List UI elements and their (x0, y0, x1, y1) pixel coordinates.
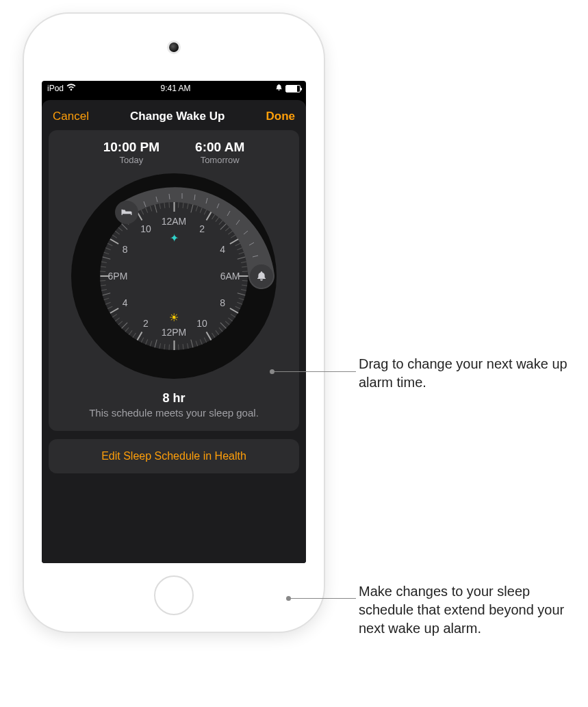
clock-tick (104, 252, 110, 255)
clock-label-12am: 12AM (162, 216, 187, 227)
sleep-dial[interactable]: ✦ ☀ 12AM 2 4 6AM 8 10 12PM 2 4 6PM 8 10 (71, 173, 277, 379)
wake-handle[interactable] (250, 264, 273, 288)
clock-label-10-left: 10 (140, 223, 151, 234)
clock-tick (125, 327, 129, 332)
clock-label-4-bottom: 4 (123, 297, 128, 308)
clock-tick (103, 293, 111, 295)
clock-tick (183, 203, 184, 208)
clock-tick (220, 323, 227, 329)
callout-leader-2 (289, 598, 356, 599)
schedule-card: 10:00 PM Today 6:00 AM Tomorrow (49, 130, 299, 431)
bedtime-value: 10:00 PM (103, 140, 159, 155)
bell-icon (256, 271, 267, 282)
wake-display: 6:00 AM Tomorrow (195, 140, 244, 165)
clock-tick (196, 341, 199, 347)
clock-tick (121, 223, 127, 230)
wake-day: Tomorrow (195, 155, 244, 165)
sun-icon: ☀ (169, 311, 179, 324)
clock-tick (231, 235, 235, 238)
edit-sleep-schedule-button[interactable]: Edit Sleep Schedule in Health (49, 439, 299, 473)
wake-value: 6:00 AM (195, 140, 244, 155)
clock-tick (107, 243, 113, 246)
clock-label-6am: 6AM (220, 271, 240, 282)
clock-tick (121, 323, 127, 329)
page-title: Change Wake Up (130, 110, 225, 123)
clock-tick (204, 337, 207, 343)
status-bar: iPod 9:41 AM (42, 81, 306, 96)
clock-tick (105, 247, 111, 250)
callout-1: Drag to change your next wake up alarm t… (359, 355, 585, 392)
done-button[interactable]: Done (266, 110, 296, 123)
clock-tick (220, 223, 227, 230)
clock-tick (212, 333, 215, 338)
clock-tick (141, 337, 144, 343)
clock-tick (164, 203, 165, 208)
clock-tick (212, 214, 215, 219)
clock-tick (118, 321, 123, 325)
clock-tick (219, 220, 223, 225)
clock-tick (145, 208, 148, 213)
clock-tick (235, 306, 240, 309)
clock-tick (107, 306, 113, 309)
clock-tick (100, 271, 105, 272)
bed-icon (120, 206, 133, 219)
clock-tick (129, 330, 133, 335)
clock-tick (238, 293, 246, 295)
clock-tick (238, 257, 246, 260)
clock-tick (174, 340, 175, 350)
stars-icon: ✦ (170, 231, 179, 244)
clock-tick (118, 227, 123, 231)
clock-label-10-right: 10 (196, 318, 207, 329)
clock-tick (190, 340, 193, 348)
clock-tick (104, 298, 110, 301)
clock-label-4-top: 4 (220, 244, 225, 255)
clock-label-2-bottom: 2 (143, 318, 149, 329)
clock-tick (101, 275, 110, 277)
clock-tick (204, 210, 207, 215)
clock-tick (242, 271, 248, 272)
clock-tick (100, 280, 105, 282)
clock-tick (228, 317, 233, 321)
clock-tick (145, 339, 148, 345)
clock-tick (155, 340, 157, 348)
clock-tick (225, 227, 230, 231)
clock-tick (200, 208, 203, 213)
wifi-icon (66, 84, 76, 93)
clock-tick (150, 206, 153, 212)
cancel-button[interactable]: Cancel (53, 110, 89, 123)
clock-tick (115, 231, 120, 235)
bedtime-display: 10:00 PM Today (103, 140, 159, 165)
battery-icon (285, 85, 301, 92)
clock-tick (187, 203, 189, 209)
clock-tick (239, 298, 244, 301)
clock-tick (168, 202, 170, 208)
clock-tick (229, 308, 238, 314)
clock-tick (231, 314, 235, 317)
clock-label-6pm: 6PM (108, 271, 128, 282)
clock-tick (101, 285, 106, 286)
goal-summary: 8 hr This schedule meets your sleep goal… (89, 391, 259, 419)
clock-tick (228, 231, 233, 235)
clock-tick (187, 343, 189, 349)
bedtime-handle[interactable] (115, 201, 138, 224)
screen: iPod 9:41 AM Cancel Change Wake Up Done (42, 81, 306, 563)
clock-tick (237, 247, 242, 250)
clock-tick (237, 302, 242, 305)
alarm-icon (275, 84, 283, 93)
change-wake-up-sheet: Cancel Change Wake Up Done 10:00 PM Toda… (42, 100, 306, 563)
goal-hours: 8 hr (89, 391, 259, 406)
clock-tick (112, 235, 117, 238)
clock-tick (159, 343, 161, 349)
clock-tick (141, 210, 144, 215)
bedtime-day: Today (103, 155, 159, 165)
clock-tick (206, 212, 212, 221)
home-button[interactable] (154, 575, 194, 615)
clock-label-12pm: 12PM (162, 327, 187, 338)
clock-tick (219, 327, 223, 332)
clock-tick (101, 266, 106, 267)
status-right (275, 84, 301, 93)
device-camera (169, 42, 179, 52)
clock-tick (159, 203, 161, 209)
status-time: 9:41 AM (161, 84, 191, 93)
times-row: 10:00 PM Today 6:00 AM Tomorrow (103, 140, 245, 165)
